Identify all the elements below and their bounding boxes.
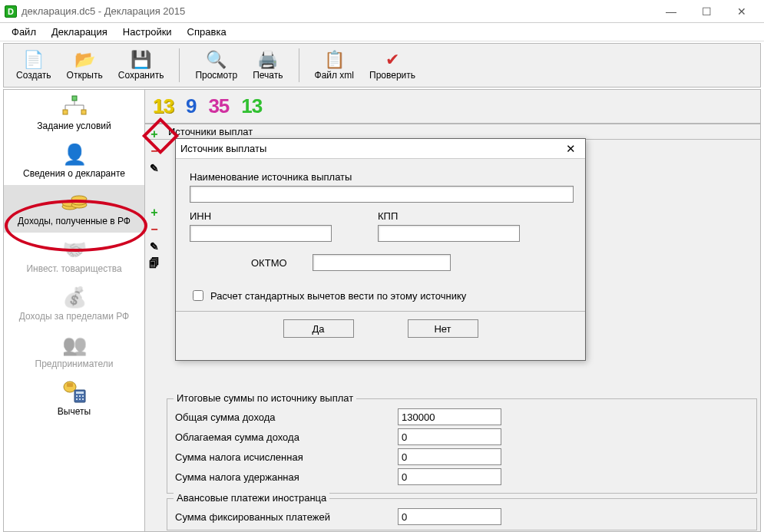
print-icon: 🖨️ [258, 50, 278, 70]
create-button[interactable]: 📄 Создать [8, 48, 59, 82]
sidebar-label-income-rf: Доходы, полученные в РФ [18, 216, 131, 226]
person-icon: 👤 [59, 142, 90, 167]
xml-label: Файл xml [315, 70, 355, 81]
kpp-input[interactable] [378, 225, 520, 242]
svg-rect-6 [81, 110, 86, 114]
xml-button[interactable]: 📋 Файл xml [307, 48, 362, 82]
taxable-income-field[interactable] [398, 428, 501, 445]
sources-header-label: Источники выплат [168, 126, 253, 137]
oktmo-input[interactable] [313, 254, 451, 271]
sidebar-item-invest[interactable]: 🤝 Инвест. товарищества [4, 233, 144, 280]
oktmo-label: ОКТМО [190, 257, 313, 269]
source-dialog: Источник выплаты ✕ Наименование источник… [175, 138, 586, 361]
save-icon: 💾 [131, 50, 151, 70]
xml-icon: 📋 [324, 50, 344, 70]
fixed-payments-field[interactable] [398, 508, 501, 525]
handshake-icon: 🤝 [59, 237, 90, 262]
check-button[interactable]: ✔ Проверить [362, 48, 423, 82]
advance-title: Авансовые платежи иностранца [174, 492, 329, 504]
menu-declaration[interactable]: Декларация [46, 25, 113, 39]
sidebar-label-invest: Инвест. товарищества [26, 263, 121, 274]
money-bag-icon: 💰 [59, 285, 90, 309]
maximize-button[interactable]: ☐ [689, 0, 724, 23]
sidebar-label-deductions: Вычеты [58, 406, 91, 417]
source-name-input[interactable] [190, 186, 574, 203]
sidebar-item-income-abroad[interactable]: 💰 Доходы за пределами РФ [4, 280, 144, 328]
sidebar-item-deductions[interactable]: Вычеты [4, 375, 144, 423]
standard-deduction-checkbox[interactable] [193, 290, 203, 301]
tax-calculated-label: Сумма налога исчисленная [175, 451, 398, 463]
svg-rect-21 [82, 398, 84, 400]
check-icon: ✔ [382, 50, 402, 70]
totals-groupbox: Итоговые суммы по источнику выплат Общая… [167, 398, 757, 494]
preview-label: Просмотр [195, 70, 237, 81]
svg-rect-18 [82, 395, 84, 397]
close-button[interactable]: ✕ [724, 0, 759, 23]
dialog-titlebar[interactable]: Источник выплаты ✕ [176, 139, 585, 159]
tax-rate-tabs: 13 9 35 13 [145, 90, 760, 124]
preview-button[interactable]: 🔍 Просмотр [187, 48, 245, 82]
sidebar-label-conditions: Задание условий [37, 121, 111, 131]
sidebar-label-entrepreneurs: Предприниматели [35, 359, 114, 369]
total-income-label: Общая сумма дохода [175, 411, 398, 423]
svg-rect-16 [76, 395, 78, 397]
toolbar: 📄 Создать 📂 Открыть 💾 Сохранить 🔍 Просмо… [3, 43, 761, 88]
edit-income-button[interactable]: ✎ [147, 239, 162, 254]
inn-input[interactable] [190, 225, 332, 242]
app-icon: D [5, 5, 17, 18]
open-button[interactable]: 📂 Открыть [59, 48, 111, 82]
add-income-button[interactable]: + [147, 205, 162, 220]
print-label: Печать [253, 70, 283, 81]
tax-calculated-field[interactable] [398, 448, 501, 465]
sidebar-item-income-rf[interactable]: Доходы, полученные в РФ [4, 185, 144, 233]
menu-settings[interactable]: Настройки [117, 25, 177, 39]
toolbar-separator [299, 48, 299, 82]
svg-rect-19 [76, 398, 78, 400]
minimize-button[interactable]: — [653, 0, 689, 23]
taxable-income-label: Облагаемая сумма дохода [175, 431, 398, 443]
toolbar-separator [179, 48, 180, 82]
titlebar: D декларация.dc5 - Декларация 2015 — ☐ ✕ [0, 0, 764, 23]
sidebar-label-income-abroad: Доходы за пределами РФ [19, 311, 129, 322]
fixed-payments-label: Сумма фиксированных платежей [175, 511, 398, 523]
svg-rect-15 [76, 392, 84, 394]
briefcase-users-icon: 👥 [59, 332, 90, 357]
svg-rect-5 [63, 110, 68, 114]
remove-income-button[interactable]: − [147, 222, 162, 237]
folder-open-icon: 📂 [74, 50, 94, 70]
menu-file[interactable]: Файл [6, 25, 41, 39]
check-label: Проверить [369, 70, 415, 81]
sources-header: Источники выплат [145, 124, 760, 140]
tab-9[interactable]: 9 [180, 94, 202, 118]
sidebar-label-declarant: Сведения о декларанте [23, 168, 125, 179]
svg-rect-13 [67, 383, 73, 387]
advance-groupbox: Авансовые платежи иностранца Сумма фикси… [167, 498, 757, 530]
source-name-label: Наименование источника выплаты [190, 171, 571, 183]
save-button[interactable]: 💾 Сохранить [111, 48, 172, 82]
repeat-income-button[interactable]: 🗐 [147, 256, 162, 271]
tab-13-green[interactable]: 13 [235, 94, 268, 118]
new-file-icon: 📄 [24, 50, 44, 70]
sidebar-item-conditions[interactable]: Задание условий [4, 90, 144, 137]
dialog-yes-button[interactable]: Да [283, 319, 354, 338]
menu-help[interactable]: Справка [182, 25, 232, 39]
add-source-button[interactable]: + [147, 127, 162, 142]
dialog-close-button[interactable]: ✕ [561, 142, 580, 156]
sidebar-item-declarant[interactable]: 👤 Сведения о декларанте [4, 137, 144, 185]
tab-35[interactable]: 35 [202, 94, 235, 118]
sidebar: Задание условий 👤 Сведения о декларанте … [3, 89, 145, 532]
dialog-no-button[interactable]: Нет [408, 319, 478, 338]
preview-icon: 🔍 [207, 50, 227, 70]
window-title: декларация.dc5 - Декларация 2015 [21, 5, 653, 17]
coins-icon [59, 190, 90, 214]
flowchart-icon [59, 94, 90, 119]
kpp-label: КПП [378, 210, 520, 222]
edit-source-button[interactable]: ✎ [147, 160, 162, 176]
sidebar-item-entrepreneurs[interactable]: 👥 Предприниматели [4, 328, 144, 375]
total-income-field[interactable] [398, 408, 501, 425]
calculator-icon [59, 380, 90, 405]
print-button[interactable]: 🖨️ Печать [245, 48, 290, 82]
tab-13-yellow[interactable]: 13 [147, 94, 180, 118]
remove-source-button[interactable]: − [147, 144, 162, 159]
tax-withheld-field[interactable] [398, 468, 501, 485]
